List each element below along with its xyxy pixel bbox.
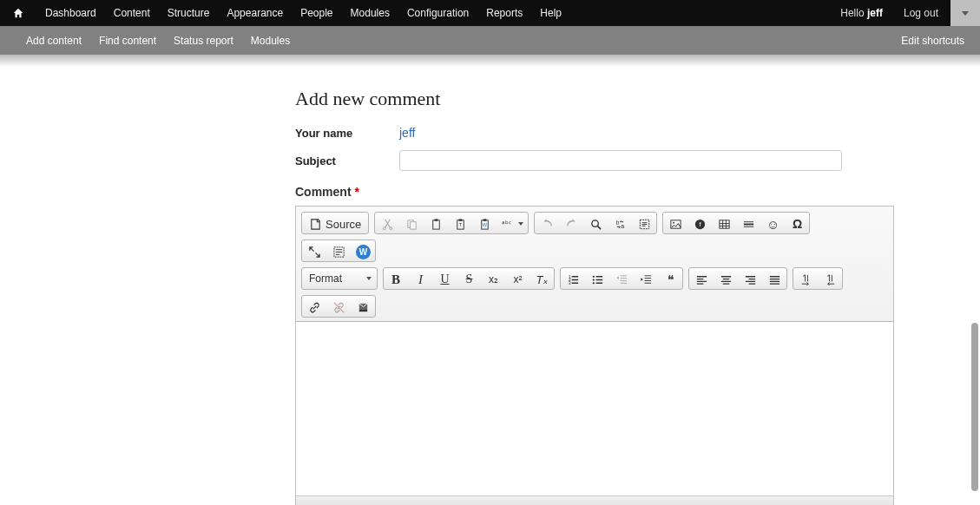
- svg-rect-10: [483, 219, 487, 220]
- paste-button[interactable]: [424, 213, 448, 234]
- bold-button[interactable]: B: [384, 268, 408, 290]
- select-all-icon: [638, 218, 651, 231]
- spellcheck-button[interactable]: ᵃᵇᶜ: [497, 213, 528, 234]
- chevron-down-icon: [366, 277, 372, 280]
- svg-text:3: 3: [568, 281, 570, 285]
- shortcut-status-report[interactable]: Status report: [165, 26, 242, 55]
- subject-input[interactable]: [399, 150, 842, 171]
- underline-button[interactable]: U: [432, 268, 457, 290]
- smiley-button[interactable]: ☺: [760, 213, 785, 234]
- shortcut-add-content[interactable]: Add content: [17, 26, 90, 55]
- subscript-button[interactable]: x₂: [481, 268, 505, 290]
- align-justify-button[interactable]: [762, 268, 786, 290]
- superscript-button[interactable]: x²: [505, 268, 529, 290]
- paste-word-button[interactable]: W: [472, 213, 497, 234]
- nav-configuration[interactable]: Configuration: [398, 0, 477, 26]
- find-button[interactable]: [583, 213, 608, 234]
- bullist-button[interactable]: [585, 268, 609, 290]
- ltr-icon: [799, 273, 812, 286]
- svg-text:b: b: [616, 219, 620, 225]
- your-name-link[interactable]: jeff: [399, 126, 415, 140]
- removeformat-button[interactable]: Tₓ: [529, 268, 554, 290]
- svg-point-12: [592, 220, 599, 226]
- svg-point-26: [593, 279, 595, 280]
- chevron-down-icon: [962, 11, 969, 16]
- page-scrollbar[interactable]: [971, 323, 978, 491]
- replace-icon: ba: [614, 218, 627, 231]
- redo-button[interactable]: [559, 213, 583, 234]
- numlist-icon: 123: [567, 273, 580, 286]
- strike-button[interactable]: S: [457, 268, 481, 290]
- format-combo[interactable]: Format: [301, 267, 378, 290]
- image-icon: [669, 218, 682, 231]
- source-button[interactable]: Source: [302, 213, 368, 234]
- svg-text:W: W: [483, 222, 488, 227]
- nav-content[interactable]: Content: [105, 0, 159, 26]
- undo-button[interactable]: [535, 213, 559, 234]
- flash-button[interactable]: f: [687, 213, 712, 234]
- align-left-button[interactable]: [689, 268, 714, 290]
- anchor-button[interactable]: [351, 296, 375, 318]
- specialchar-button[interactable]: Ω: [785, 213, 809, 234]
- select-all-button[interactable]: [632, 213, 656, 234]
- nav-modules[interactable]: Modules: [342, 0, 398, 26]
- showblocks-icon: [332, 246, 345, 259]
- italic-button[interactable]: I: [408, 268, 432, 290]
- svg-point-27: [593, 282, 595, 284]
- required-mark: *: [354, 185, 358, 199]
- quote-icon: ❝: [668, 272, 674, 286]
- align-right-button[interactable]: [738, 268, 762, 290]
- source-label: Source: [326, 218, 361, 231]
- copy-button[interactable]: [399, 213, 424, 234]
- svg-rect-29: [359, 309, 367, 312]
- spellcheck-icon: ᵃᵇᶜ: [502, 220, 511, 228]
- svg-point-0: [383, 226, 385, 229]
- unlink-button[interactable]: [326, 296, 351, 318]
- hr-button[interactable]: [736, 213, 760, 234]
- table-button[interactable]: [712, 213, 736, 234]
- chevron-down-icon: [518, 222, 523, 226]
- paste-text-button[interactable]: T: [448, 213, 472, 234]
- numlist-button[interactable]: 123: [561, 268, 585, 290]
- svg-point-1: [389, 226, 391, 229]
- outdent-button[interactable]: [609, 268, 634, 290]
- outdent-icon: [615, 273, 628, 286]
- maximize-button[interactable]: [302, 240, 326, 262]
- admin-menu: Dashboard Content Structure Appearance P…: [36, 0, 570, 26]
- editor-footer: [296, 495, 893, 505]
- nav-help[interactable]: Help: [531, 0, 570, 26]
- showblocks-button[interactable]: [326, 240, 351, 262]
- shortcut-modules[interactable]: Modules: [242, 26, 299, 55]
- home-icon[interactable]: [0, 0, 36, 26]
- shortcut-find-content[interactable]: Find content: [90, 26, 165, 55]
- nav-reports[interactable]: Reports: [477, 0, 531, 26]
- ltr-button[interactable]: [793, 268, 818, 290]
- word-badge-button[interactable]: W: [351, 240, 375, 262]
- copy-icon: [405, 218, 418, 231]
- nav-appearance[interactable]: Appearance: [218, 0, 292, 26]
- edit-shortcuts-link[interactable]: Edit shortcuts: [885, 35, 980, 47]
- rich-text-editor: Source T W ᵃᵇᶜ ba: [295, 206, 894, 505]
- hr-icon: [742, 218, 755, 231]
- indent-button[interactable]: [634, 268, 658, 290]
- rtl-button[interactable]: [818, 268, 842, 290]
- align-center-button[interactable]: [714, 268, 738, 290]
- nav-structure[interactable]: Structure: [159, 0, 219, 26]
- hello-username: jeff: [867, 7, 883, 19]
- svg-rect-3: [411, 221, 417, 228]
- link-button[interactable]: [302, 296, 326, 318]
- align-justify-icon: [768, 273, 781, 286]
- toolbar-toggle[interactable]: [950, 0, 980, 26]
- logout-link[interactable]: Log out: [891, 7, 950, 19]
- editor-body[interactable]: [296, 322, 893, 495]
- nav-people[interactable]: People: [292, 0, 341, 26]
- toolbar-shadow: [0, 55, 980, 67]
- cut-button[interactable]: [375, 213, 399, 234]
- hello-prefix: Hello: [840, 7, 867, 19]
- replace-button[interactable]: ba: [608, 213, 632, 234]
- nav-dashboard[interactable]: Dashboard: [36, 0, 105, 26]
- hello-user[interactable]: Hello jeff: [832, 7, 891, 19]
- indent-icon: [640, 273, 653, 286]
- blockquote-button[interactable]: ❝: [658, 268, 682, 290]
- image-button[interactable]: [663, 213, 687, 234]
